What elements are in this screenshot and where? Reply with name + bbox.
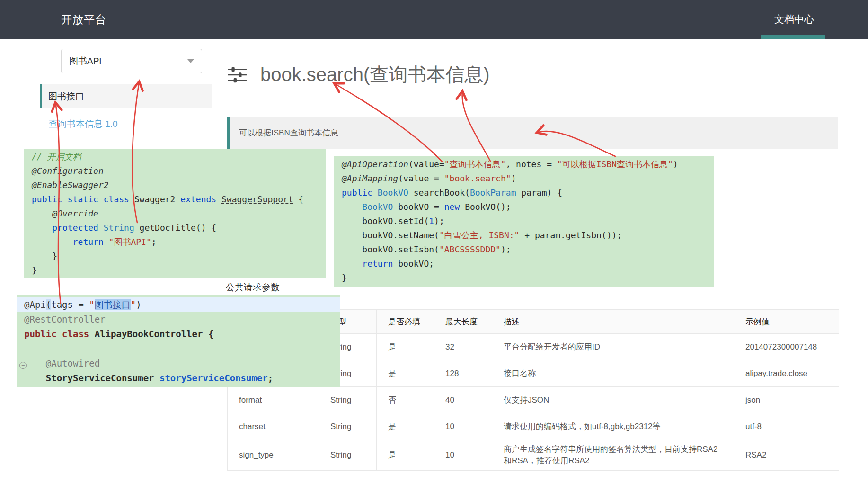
code-line: @Autowired: [24, 356, 332, 371]
sidebar-item-label: 图书接口: [48, 90, 84, 103]
table-row: charsetString是10请求使用的编码格式，如utf-8,gbk,gb2…: [228, 413, 839, 440]
page-title: book.search(查询书本信息): [260, 62, 490, 88]
code-overlay-controller: − @Api(tags = "图书接口")@RestControllerpubl…: [17, 295, 340, 387]
table-cell: 32: [434, 334, 492, 360]
table-cell: 请求使用的编码格式，如utf-8,gbk,gb2312等: [492, 413, 734, 440]
code-line: @Configuration: [32, 164, 318, 178]
code-line: public BookVO searchBook(BookParam param…: [342, 186, 707, 200]
table-cell: 仅支持JSON: [492, 387, 734, 413]
column-header: 描述: [492, 310, 734, 334]
table-cell: json: [734, 387, 839, 413]
api-notice-text: 可以根据ISBN查询书本信息: [239, 127, 338, 138]
table-row: sign_typeString是10商户生成签名字符串所使用的签名算法类型，目前…: [228, 440, 839, 471]
table-cell: 是: [377, 334, 434, 360]
table-cell: 是: [377, 360, 434, 387]
code-line: @Override: [32, 207, 318, 221]
code-line: }: [32, 263, 318, 278]
table-cell: utf-8: [734, 413, 839, 440]
code-line: bookVO.setName("白雪公主, ISBN:" + param.get…: [342, 228, 707, 242]
top-navbar: 开放平台 文档中心: [0, 0, 868, 39]
code-overlay-swagger-config: // 开启文档@Configuration@EnableSwagger2publ…: [24, 149, 326, 278]
table-cell: 10: [434, 413, 492, 440]
code-overlay-search-method: @ApiOperation(value="查询书本信息", notes = "可…: [334, 156, 714, 287]
title-divider: [227, 101, 838, 101]
code-line: bookVO.setId(1);: [342, 214, 707, 228]
code-line: // 开启文档: [32, 150, 318, 164]
section-title-common-params: 公共请求参数: [226, 281, 280, 294]
code-line: @EnableSwagger2: [32, 178, 318, 192]
table-cell: String: [319, 413, 377, 440]
nav-active-underline: [761, 35, 825, 39]
code-line: @Api(tags = "图书接口"): [17, 297, 340, 312]
code-line: @ApiOperation(value="查询书本信息", notes = "可…: [342, 157, 707, 171]
sliders-icon: [227, 66, 247, 84]
table-cell: RSA2: [734, 440, 839, 471]
table-cell: String: [319, 440, 377, 471]
api-select-value: 图书API: [69, 55, 102, 67]
code-line: protected String getDocTitle() {: [32, 221, 318, 235]
table-cell: 接口名称: [492, 360, 734, 387]
code-fold-icon: −: [19, 362, 27, 369]
sidebar-item-search-book[interactable]: 查询书本信息 1.0: [49, 118, 118, 130]
chevron-down-icon: [187, 59, 194, 63]
table-cell: format: [228, 387, 319, 413]
table-cell: 10: [434, 440, 492, 471]
column-header: 最大长度: [434, 310, 492, 334]
code-line: return bookVO;: [342, 257, 707, 271]
table-cell: 商户生成签名字符串所使用的签名算法类型，目前支持RSA2和RSA，推荐使用RSA…: [492, 440, 734, 471]
table-cell: 平台分配给开发者的应用ID: [492, 334, 734, 360]
api-select-dropdown[interactable]: 图书API: [61, 49, 202, 73]
table-cell: charset: [228, 413, 319, 440]
code-line: StoryServiceConsumer storyServiceConsume…: [24, 371, 332, 386]
table-cell: 40: [434, 387, 492, 413]
brand-title: 开放平台: [61, 0, 106, 39]
table-cell: 2014072300007148: [734, 334, 839, 360]
code-line: }: [32, 249, 318, 263]
api-notice-bar: 可以根据ISBN查询书本信息: [227, 117, 838, 149]
table-cell: 是: [377, 413, 434, 440]
column-header: 是否必填: [377, 310, 434, 334]
table-cell: String: [319, 387, 377, 413]
code-line: return "图书API";: [32, 235, 318, 249]
table-cell: sign_type: [228, 440, 319, 471]
page-title-row: book.search(查询书本信息): [227, 62, 490, 88]
code-line: bookVO.setIsbn("ABCSSSSDDD");: [342, 242, 707, 257]
code-line: @RestController: [24, 312, 332, 327]
code-line: public static class Swagger2 extends Swa…: [32, 192, 318, 207]
code-line: public class AlipayBookController {: [24, 327, 332, 341]
table-cell: alipay.trade.close: [734, 360, 839, 387]
code-line: @ApiMapping(value = "book.search"): [342, 171, 707, 186]
screen: 开放平台 文档中心 图书API 图书接口 查询书本信息 1.0: [0, 0, 868, 485]
sidebar-item-book-api-group[interactable]: 图书接口: [40, 84, 212, 108]
column-header: 示例值: [734, 310, 839, 334]
table-cell: 128: [434, 360, 492, 387]
code-line: }: [342, 271, 707, 285]
table-cell: 否: [377, 387, 434, 413]
table-row: formatString否40仅支持JSONjson: [228, 387, 839, 413]
table-cell: 是: [377, 440, 434, 471]
nav-doc-center[interactable]: 文档中心: [774, 0, 814, 39]
code-line: [24, 341, 332, 356]
code-line: BookVO bookVO = new BookVO();: [342, 200, 707, 214]
